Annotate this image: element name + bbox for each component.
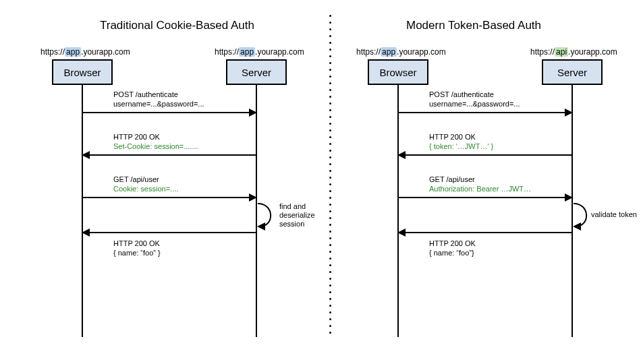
- msg-line2: username=...&password=...: [113, 100, 204, 108]
- left-msg4-arrow: [82, 228, 257, 237]
- divider-dot: [329, 156, 331, 158]
- divider-dot: [329, 15, 331, 17]
- divider-dot: [329, 244, 331, 246]
- divider-dot: [329, 325, 331, 327]
- left-msg3-arrow: [82, 193, 257, 202]
- msg-line2: Authorization: Bearer …JWT…: [429, 185, 531, 193]
- server-label: Server: [242, 67, 271, 78]
- url-prefix: https://: [215, 47, 239, 57]
- divider-dot: [329, 332, 331, 334]
- divider-dot: [329, 143, 331, 145]
- divider-dot: [329, 96, 331, 98]
- right-msg1-arrow: [397, 108, 573, 117]
- right-server-url: https://api.yourapp.com: [530, 47, 617, 57]
- url-subdomain: app: [239, 47, 255, 57]
- divider-dot: [329, 102, 331, 104]
- divider-dot: [329, 109, 331, 111]
- right-msg4-label: HTTP 200 OK { name: “foo”}: [429, 239, 476, 257]
- url-subdomain: api: [555, 47, 568, 57]
- url-subdomain: app: [65, 47, 81, 57]
- left-msg3-label: GET /api/user Cookie: session=....: [113, 175, 178, 193]
- divider-dot: [329, 55, 331, 57]
- msg-line1: GET /api/user: [429, 175, 475, 183]
- svg-marker-14: [565, 193, 573, 202]
- divider-dot: [329, 177, 331, 179]
- divider-dot: [329, 170, 331, 172]
- left-browser-lifeline: [82, 85, 83, 337]
- divider-dot: [329, 62, 331, 64]
- divider-dot: [329, 82, 331, 84]
- divider-dot: [329, 251, 331, 253]
- msg-line1: HTTP 200 OK: [113, 239, 160, 247]
- divider-dot: [329, 284, 331, 286]
- divider-dot: [329, 257, 331, 260]
- divider-dot: [329, 69, 331, 71]
- url-subdomain: app: [381, 47, 397, 57]
- divider-dot: [329, 264, 331, 266]
- svg-marker-15: [573, 222, 581, 231]
- divider-dot: [329, 116, 331, 118]
- divider-dot: [329, 75, 331, 78]
- left-browser-url: https://app.yourapp.com: [40, 47, 130, 57]
- svg-marker-3: [82, 151, 90, 159]
- divider-dot: [329, 163, 331, 165]
- divider-dot: [329, 224, 331, 226]
- divider-dot: [329, 150, 331, 152]
- right-msg2-arrow: [397, 150, 573, 160]
- msg-line1: HTTP 200 OK: [429, 133, 476, 141]
- url-suffix: .yourapp.com: [568, 47, 617, 57]
- msg-line1: HTTP 200 OK: [113, 133, 160, 141]
- left-server-box: Server: [226, 59, 287, 85]
- url-suffix: .yourapp.com: [397, 47, 446, 57]
- right-msg3-arrow: [397, 193, 573, 202]
- svg-marker-6: [257, 222, 265, 231]
- divider-dot: [329, 305, 331, 307]
- msg-line2: Cookie: session=....: [113, 185, 178, 193]
- msg-line2: { token: '…JWT…' }: [429, 142, 493, 150]
- browser-label: Browser: [63, 67, 101, 78]
- svg-marker-12: [397, 151, 406, 159]
- left-browser-box: Browser: [52, 59, 113, 85]
- right-browser-url: https://app.yourapp.com: [356, 47, 446, 57]
- divider-dot: [329, 217, 331, 219]
- divider-dot: [329, 291, 331, 293]
- divider-dot: [329, 231, 331, 233]
- left-msg4-label: HTTP 200 OK { name: “foo” }: [113, 239, 161, 257]
- diagram-root: { "left": { "title": "Traditional Cookie…: [0, 0, 641, 364]
- right-msg1-label: POST /authenticate username=...&password…: [429, 90, 520, 109]
- divider-dot: [329, 318, 331, 320]
- url-prefix: https://: [356, 47, 381, 57]
- divider-dot: [329, 89, 331, 91]
- msg-line2: Set-Cookie: session=.......: [113, 142, 198, 150]
- msg-line1: GET /api/user: [113, 175, 159, 183]
- right-self-note: validate token: [591, 210, 637, 219]
- left-self-note: find and deserialize session: [279, 202, 315, 229]
- svg-marker-10: [565, 109, 573, 117]
- divider-dot: [329, 183, 331, 185]
- divider-dot: [329, 22, 331, 24]
- msg-line2: { name: “foo”}: [429, 249, 474, 257]
- divider-dot: [329, 129, 331, 131]
- divider-dot: [329, 49, 331, 51]
- divider-dot: [329, 123, 331, 125]
- right-title: Modern Token-Based Auth: [406, 19, 541, 32]
- url-suffix: .yourapp.com: [255, 47, 304, 57]
- right-server-box: Server: [542, 59, 603, 85]
- svg-marker-5: [249, 193, 257, 202]
- svg-marker-1: [249, 109, 257, 117]
- left-msg2-arrow: [82, 150, 257, 160]
- right-msg4-arrow: [397, 228, 573, 237]
- msg-line2: username=...&password=...: [429, 100, 520, 108]
- msg-line1: POST /authenticate: [113, 90, 178, 98]
- divider-dot: [329, 210, 331, 212]
- left-title: Traditional Cookie-Based Auth: [100, 19, 254, 32]
- msg-line1: HTTP 200 OK: [429, 239, 476, 247]
- msg-line1: POST /authenticate: [429, 90, 494, 98]
- browser-label: Browser: [379, 67, 416, 78]
- right-msg3-label: GET /api/user Authorization: Bearer …JWT…: [429, 175, 531, 193]
- server-label: Server: [557, 67, 587, 78]
- left-msg2-label: HTTP 200 OK Set-Cookie: session=.......: [113, 132, 198, 151]
- divider-dot: [329, 271, 331, 273]
- divider-dot: [329, 311, 331, 313]
- right-msg2-label: HTTP 200 OK { token: '…JWT…' }: [429, 132, 493, 151]
